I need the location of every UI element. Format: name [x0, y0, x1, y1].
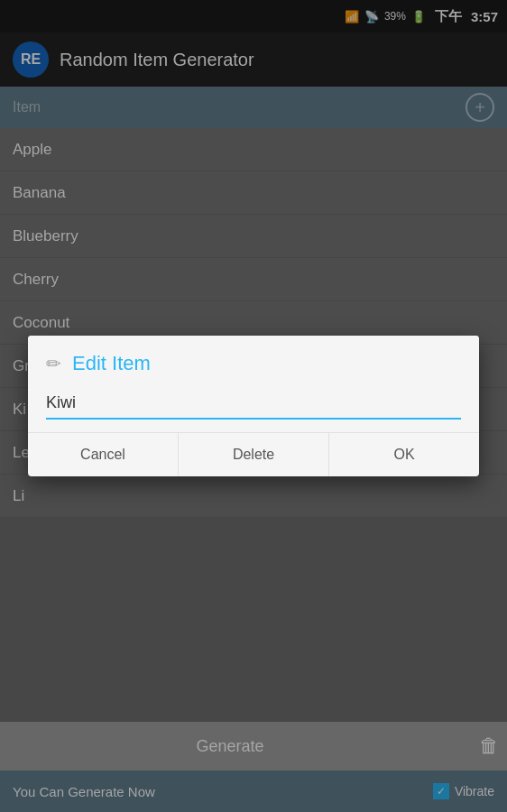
ok-button[interactable]: OK	[329, 433, 479, 476]
dialog-header: ✏ Edit Item	[28, 336, 479, 388]
edit-item-dialog: ✏ Edit Item Cancel Delete OK	[28, 336, 479, 476]
cancel-button[interactable]: Cancel	[28, 433, 179, 476]
modal-overlay: ✏ Edit Item Cancel Delete OK	[0, 0, 507, 812]
delete-button[interactable]: Delete	[179, 433, 329, 476]
edit-pencil-icon: ✏	[46, 353, 61, 374]
dialog-actions: Cancel Delete OK	[28, 432, 479, 476]
edit-item-input[interactable]	[46, 388, 461, 420]
dialog-title: Edit Item	[72, 352, 151, 375]
dialog-input-area	[28, 388, 479, 432]
